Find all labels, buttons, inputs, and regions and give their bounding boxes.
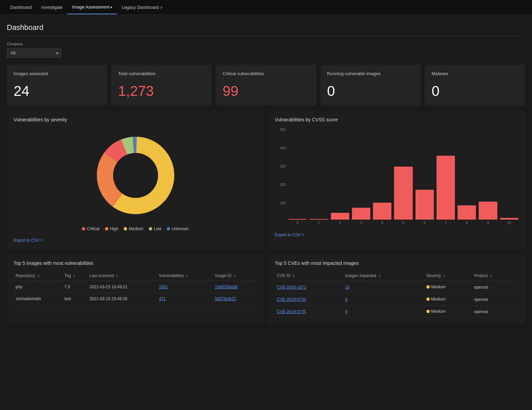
- bar-chart-title: Vulnerabilities by CVSS score: [275, 117, 518, 122]
- y-label-100: 100: [275, 201, 288, 205]
- cell-cve-id-0[interactable]: CVE-2020-1971: [275, 281, 343, 293]
- cell-images-impacted-2[interactable]: 9: [343, 306, 424, 318]
- charts-row: Vulnerabilities by severity: [7, 111, 525, 249]
- legend-label-low: Low: [154, 226, 161, 231]
- bar-2: [331, 213, 349, 220]
- cell-image-id-0[interactable]: 15d0338a3b: [213, 281, 257, 293]
- nav-investigate[interactable]: Investigate: [37, 1, 68, 14]
- cell-product-2: openssl: [472, 306, 518, 318]
- donut-chart-title: Vulnerabilities by severity: [14, 117, 257, 122]
- legend-high: High: [105, 226, 119, 231]
- severity-badge-1: Medium: [426, 297, 446, 302]
- top-images-card: Top 5 images with most vulnerabilities R…: [7, 254, 264, 324]
- col-cve-id[interactable]: CVE ID ⇕: [275, 271, 343, 281]
- cell-images-impacted-0[interactable]: 10: [343, 281, 424, 293]
- company-select[interactable]: All: [7, 48, 61, 58]
- y-axis: 500 400 300 200 100: [275, 128, 288, 220]
- x-label-1: 1: [309, 221, 328, 225]
- cell-last-scanned-0: 2021-03-23 10:49:21: [87, 281, 157, 293]
- top-cves-card: Top 5 CVEs with most impacted images CVE…: [268, 254, 525, 324]
- col-vulnerabilities[interactable]: Vulnerabilities ⇕: [157, 271, 213, 281]
- bar-7: [437, 156, 455, 220]
- cell-image-id-1[interactable]: 5d578cfb21: [213, 293, 257, 305]
- cell-severity-0: Medium: [424, 281, 472, 293]
- nav-image-assessment[interactable]: Image Assessment: [67, 0, 117, 14]
- cell-tag-1: test: [63, 293, 88, 305]
- cell-tag-0: 7.0: [63, 281, 88, 293]
- sort-repository-icon: ⇕: [37, 274, 40, 278]
- stat-card-running-vulnerable: Running vulnerable images 0: [320, 65, 421, 105]
- top-cves-table: CVE ID ⇕ Images impacted ⇕ Severity ⇕ Pr…: [275, 271, 518, 318]
- cell-severity-1: Medium: [424, 293, 472, 306]
- stat-value-malware: 0: [431, 83, 518, 99]
- bar-6: [415, 190, 434, 220]
- page-title: Dashboard: [7, 23, 525, 32]
- col-product[interactable]: Product ⇕: [472, 271, 518, 281]
- severity-label-2: Medium: [431, 309, 446, 314]
- legend-label-high: High: [110, 226, 119, 231]
- legend-medium: Medium: [124, 226, 143, 231]
- table-row: ssh/webshells test 2021-03-23 23:49:26 4…: [14, 293, 257, 305]
- bar-chart-container: 500 400 300 200 100: [275, 128, 518, 230]
- col-last-scanned[interactable]: Last scanned ⇕: [87, 271, 157, 281]
- svg-point-6: [113, 153, 158, 198]
- top-cves-header-row: CVE ID ⇕ Images impacted ⇕ Severity ⇕ Pr…: [275, 271, 518, 281]
- cell-cve-id-1[interactable]: CVE-2018-0734: [275, 293, 343, 306]
- main-content: Dashboard Company All Images assessed 24…: [0, 15, 532, 332]
- stat-card-images-assessed: Images assessed 24: [7, 65, 107, 105]
- x-axis: 0 1 2 3 4 5 6 7 8 9 10: [288, 220, 518, 230]
- col-tag[interactable]: Tag ⇕: [63, 271, 88, 281]
- stat-value-total-vulns: 1,273: [118, 83, 205, 99]
- y-label-400: 400: [275, 146, 288, 150]
- cell-vulnerabilities-0[interactable]: 1051: [157, 281, 213, 293]
- donut-chart-card: Vulnerabilities by severity: [7, 111, 264, 249]
- col-severity[interactable]: Severity ⇕: [424, 271, 472, 281]
- y-label-300: 300: [275, 165, 288, 168]
- x-label-3: 3: [352, 221, 370, 225]
- company-label: Company: [7, 42, 525, 46]
- severity-badge-2: Medium: [426, 309, 446, 314]
- nav-legacy-dashboard[interactable]: Legacy Dashboard: [117, 1, 167, 14]
- donut-legend: Critical High Medium Low: [82, 226, 189, 231]
- nav-dashboard[interactable]: Dashboard: [5, 1, 37, 14]
- legend-label-critical: Critical: [87, 226, 100, 231]
- legend-dot-unknown: [167, 227, 170, 230]
- cell-images-impacted-1[interactable]: 9: [343, 293, 424, 306]
- cell-cve-id-2[interactable]: CVE-2018-0735: [275, 306, 343, 318]
- cell-product-1: openssl: [472, 293, 518, 306]
- bar-export-link[interactable]: Export to CSV >: [275, 233, 518, 237]
- legend-dot-high: [105, 227, 108, 230]
- bar-4: [373, 203, 391, 220]
- bar-8: [458, 205, 476, 220]
- x-label-10: 10: [500, 221, 518, 225]
- cell-repository-0: php: [14, 281, 63, 293]
- x-label-4: 4: [373, 221, 391, 225]
- cell-vulnerabilities-1[interactable]: 471: [157, 293, 213, 305]
- stat-card-malware: Malware 0: [425, 65, 525, 105]
- table-row: CVE-2020-1971 10 Medium openssl: [275, 281, 518, 293]
- sort-images-impacted-icon: ⇕: [378, 274, 381, 278]
- donut-svg: [91, 131, 180, 220]
- col-repository[interactable]: Repository ⇕: [14, 271, 63, 281]
- donut-export-link[interactable]: Export to CSV >: [14, 238, 257, 243]
- company-select-wrap[interactable]: All: [7, 48, 61, 58]
- col-image-id[interactable]: Image ID ⇕: [213, 271, 257, 281]
- cell-severity-2: Medium: [424, 306, 472, 318]
- sort-cve-id-icon: ⇕: [292, 274, 295, 278]
- stat-value-images-assessed: 24: [14, 83, 101, 99]
- legend-label-medium: Medium: [129, 226, 143, 231]
- x-label-8: 8: [458, 221, 476, 225]
- cell-last-scanned-1: 2021-03-23 23:49:26: [87, 293, 157, 305]
- top-images-title: Top 5 images with most vulnerabilities: [14, 260, 257, 266]
- bar-3: [352, 208, 370, 220]
- stat-cards-row: Images assessed 24 Total vulnerabilities…: [7, 65, 525, 105]
- col-images-impacted[interactable]: Images impacted ⇕: [343, 271, 424, 281]
- y-label-200: 200: [275, 183, 288, 187]
- stat-label-malware: Malware: [431, 71, 518, 77]
- stat-value-critical-vulns: 99: [223, 83, 309, 99]
- severity-dot-1: [426, 297, 430, 301]
- bar-9: [479, 202, 497, 220]
- bar-5: [394, 167, 412, 220]
- severity-label-0: Medium: [431, 285, 446, 289]
- severity-dot-0: [426, 285, 430, 289]
